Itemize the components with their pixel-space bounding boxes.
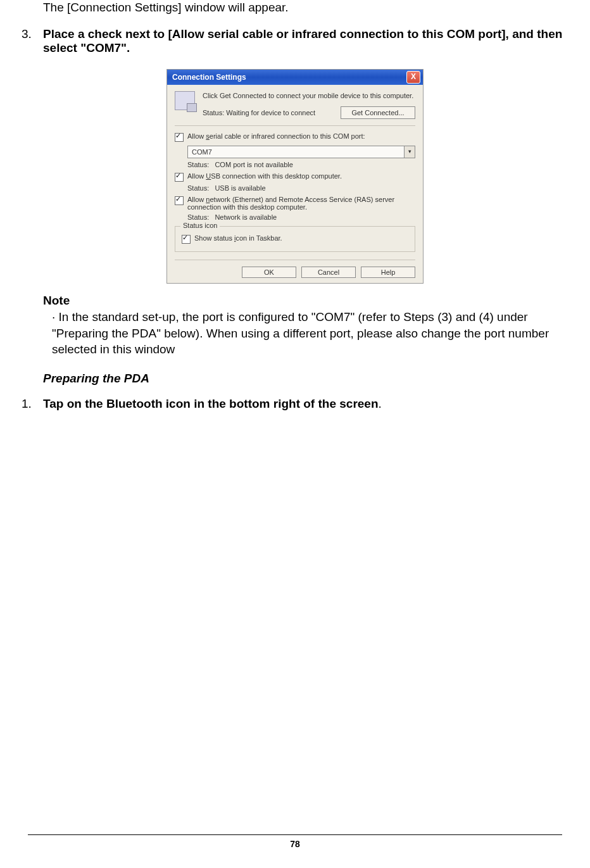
taskbar-checkbox-row[interactable]: Show status icon in Taskbar. <box>182 234 408 244</box>
step-1-text: Tap on the Bluetooth icon in the bottom … <box>43 397 568 411</box>
network-status: Status: Network is available <box>187 213 415 221</box>
help-button[interactable]: Help <box>361 267 415 278</box>
serial-checkbox-row[interactable]: Allow serial cable or infrared connectio… <box>175 132 415 142</box>
step-1-number: 1. <box>22 397 43 411</box>
network-checkbox-label: Allow network (Ethernet) and Remote Acce… <box>187 196 415 211</box>
note-block: Note · In the standard set-up, the port … <box>43 292 568 358</box>
window-title: Connection Settings <box>172 73 406 82</box>
usb-checkbox[interactable] <box>175 173 184 182</box>
step-1: 1. Tap on the Bluetooth icon in the bott… <box>22 397 568 411</box>
page-footer: 78 <box>0 834 590 849</box>
cancel-button[interactable]: Cancel <box>301 267 356 278</box>
usb-checkbox-label: Allow USB connection with this desktop c… <box>187 172 342 180</box>
ok-button[interactable]: OK <box>242 267 296 278</box>
fieldset-legend: Status icon <box>180 222 220 229</box>
taskbar-checkbox[interactable] <box>182 235 191 244</box>
status-icon-fieldset: Status icon Show status icon in Taskbar. <box>175 226 415 252</box>
chevron-down-icon[interactable]: ▾ <box>404 146 415 158</box>
connect-status: Status: Waiting for device to connect <box>203 108 336 117</box>
step-3-number: 3. <box>22 27 43 55</box>
serial-checkbox[interactable] <box>175 133 184 142</box>
usb-checkbox-row[interactable]: Allow USB connection with this desktop c… <box>175 172 415 182</box>
usb-status: Status: USB is available <box>187 184 415 192</box>
connection-settings-dialog: Connection Settings X Click Get Connecte… <box>166 69 424 284</box>
serial-checkbox-label: Allow serial cable or infrared connectio… <box>187 132 365 140</box>
close-icon[interactable]: X <box>406 71 420 84</box>
intro-line: The [Connection Settings] window will ap… <box>43 0 568 16</box>
titlebar: Connection Settings X <box>167 70 423 85</box>
network-checkbox[interactable] <box>175 196 184 205</box>
top-message: Click Get Connected to connect your mobi… <box>203 91 415 100</box>
network-checkbox-row[interactable]: Allow network (Ethernet) and Remote Acce… <box>175 196 415 211</box>
note-text: · In the standard set-up, the port is co… <box>52 309 568 358</box>
get-connected-button[interactable]: Get Connected... <box>341 106 415 119</box>
taskbar-checkbox-label: Show status icon in Taskbar. <box>194 234 282 242</box>
note-heading: Note <box>43 292 568 309</box>
device-icon <box>175 91 195 110</box>
com-port-value: COM7 <box>188 148 404 156</box>
page-number: 78 <box>0 839 590 849</box>
step-3: 3. Place a check next to [Allow serial c… <box>22 27 568 55</box>
com-port-combo[interactable]: COM7 ▾ <box>187 146 415 158</box>
section-preparing-pda: Preparing the PDA <box>43 372 568 386</box>
serial-status: Status: COM port is not available <box>187 161 415 168</box>
step-3-text: Place a check next to [Allow serial cabl… <box>43 27 568 55</box>
